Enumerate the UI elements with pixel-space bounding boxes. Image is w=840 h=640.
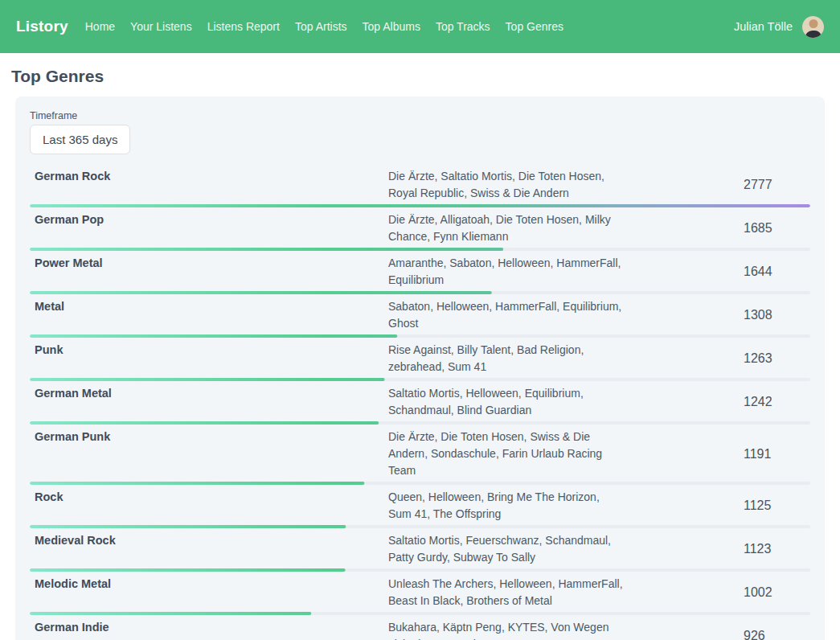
genre-artists: Amaranthe, Sabaton, Helloween, HammerFal…	[388, 255, 623, 289]
genre-table: German Rock Die Ärzte, Saltatio Mortis, …	[30, 168, 810, 640]
genre-row-content: German Metal Saltatio Mortis, Helloween,…	[30, 385, 810, 419]
genre-bar-track	[30, 482, 810, 485]
nav-item-listens-report[interactable]: Listens Report	[207, 20, 280, 33]
genre-play-count: 1644	[744, 264, 805, 280]
genre-play-count: 1685	[744, 220, 805, 236]
nav-item-top-albums[interactable]: Top Albums	[363, 20, 420, 33]
timeframe-filter: Timeframe Last 365 days	[30, 110, 810, 154]
genre-artists: Die Ärzte, Die Toten Hosen, Swiss & Die …	[388, 429, 623, 479]
genre-artists: Rise Against, Billy Talent, Bad Religion…	[388, 342, 623, 375]
genre-play-count: 1263	[744, 351, 805, 367]
genre-artists: Saltatio Mortis, Helloween, Equilibrium,…	[388, 385, 623, 419]
nav-item-top-genres[interactable]: Top Genres	[506, 20, 563, 33]
genre-row-content: Rock Queen, Helloween, Bring Me The Hori…	[30, 489, 810, 523]
genre-row: Medieval Rock Saltatio Mortis, Feuerschw…	[30, 532, 810, 572]
genre-play-count: 1125	[744, 498, 805, 514]
genre-bar-track	[30, 568, 810, 572]
genre-row: German Pop Die Ärzte, Alligatoah, Die To…	[30, 211, 810, 251]
nav-item-top-tracks[interactable]: Top Tracks	[436, 20, 490, 33]
avatar-person-body-icon	[805, 31, 822, 38]
timeframe-value: Last 365 days	[43, 133, 117, 146]
genre-bar-track	[30, 291, 810, 294]
genre-artists-column: Sabaton, Helloween, HammerFall, Equilibr…	[388, 298, 744, 332]
genre-artists: Sabaton, Helloween, HammerFall, Equilibr…	[388, 298, 623, 332]
genre-row: German Indie Bukahara, Käptn Peng, KYTES…	[30, 619, 810, 640]
genre-row: Power Metal Amaranthe, Sabaton, Hellowee…	[30, 255, 810, 294]
user-name: Julian Tölle	[734, 20, 793, 33]
genre-artists-column: Saltatio Mortis, Helloween, Equilibrium,…	[388, 385, 744, 419]
genre-row: German Punk Die Ärzte, Die Toten Hosen, …	[30, 429, 810, 485]
genre-artists-column: Unleash The Archers, Helloween, HammerFa…	[388, 576, 744, 609]
genre-name: German Pop	[35, 211, 388, 228]
user-area: Julian Tölle	[734, 16, 824, 38]
timeframe-select[interactable]: Last 365 days	[30, 125, 130, 154]
genre-artists: Queen, Helloween, Bring Me The Horizon, …	[388, 489, 623, 523]
genre-artists: Saltatio Mortis, Feuerschwanz, Schandmau…	[388, 532, 623, 566]
genre-row-content: German Pop Die Ärzte, Alligatoah, Die To…	[30, 211, 810, 245]
genre-bar-track	[30, 378, 810, 381]
genre-play-count: 1123	[744, 541, 805, 557]
page-title: Top Genres	[11, 67, 825, 86]
genre-bar	[30, 334, 810, 338]
genre-row: Punk Rise Against, Billy Talent, Bad Rel…	[30, 342, 810, 381]
genre-bar	[30, 568, 810, 572]
genre-row: Metal Sabaton, Helloween, HammerFall, Eq…	[30, 298, 810, 338]
genre-bar	[30, 291, 810, 294]
genre-row-content: Melodic Metal Unleash The Archers, Hello…	[30, 576, 810, 609]
app-logo[interactable]: Listory	[16, 18, 68, 35]
genre-artists-column: Rise Against, Billy Talent, Bad Religion…	[388, 342, 744, 375]
genre-artists: Die Ärzte, Saltatio Mortis, Die Toten Ho…	[388, 168, 623, 202]
avatar-person-icon	[809, 19, 817, 28]
nav-item-home[interactable]: Home	[85, 20, 115, 33]
genre-bar	[30, 248, 810, 251]
genre-row: German Metal Saltatio Mortis, Helloween,…	[30, 385, 810, 425]
genre-bar	[30, 421, 810, 425]
genre-artists-column: Die Ärzte, Alligatoah, Die Toten Hosen, …	[388, 211, 744, 245]
genre-name: German Rock	[35, 168, 388, 185]
genre-name: German Indie	[35, 619, 388, 636]
genre-name: German Metal	[35, 385, 388, 402]
genre-bar-track	[30, 204, 810, 207]
genre-artists-column: Die Ärzte, Die Toten Hosen, Swiss & Die …	[388, 429, 744, 479]
timeframe-label: Timeframe	[30, 110, 810, 121]
genre-play-count: 1002	[744, 585, 805, 601]
genre-artists-column: Saltatio Mortis, Feuerschwanz, Schandmau…	[388, 532, 744, 566]
genre-artists-column: Queen, Helloween, Bring Me The Horizon, …	[388, 489, 744, 523]
genre-artists-column: Die Ärzte, Saltatio Mortis, Die Toten Ho…	[388, 168, 744, 202]
genre-artists-column: Bukahara, Käptn Peng, KYTES, Von Wegen L…	[388, 619, 744, 640]
genre-artists: Bukahara, Käptn Peng, KYTES, Von Wegen L…	[388, 619, 623, 640]
genre-bar-track	[30, 612, 810, 615]
nav-item-your-listens[interactable]: Your Listens	[130, 20, 192, 33]
genre-row-content: German Indie Bukahara, Käptn Peng, KYTES…	[30, 619, 810, 640]
genre-artists: Unleash The Archers, Helloween, HammerFa…	[388, 576, 623, 609]
nav-item-top-artists[interactable]: Top Artists	[295, 20, 347, 33]
genre-play-count: 1191	[744, 446, 805, 462]
top-navigation-bar: Listory HomeYour ListensListens ReportTo…	[0, 0, 840, 53]
main-nav: HomeYour ListensListens ReportTop Artist…	[85, 20, 563, 33]
genre-bar-track	[30, 525, 810, 528]
genre-name: Melodic Metal	[35, 576, 388, 593]
genre-name: Punk	[35, 342, 388, 359]
user-avatar[interactable]	[802, 16, 824, 38]
genre-name: Power Metal	[35, 255, 388, 272]
genre-row: Rock Queen, Helloween, Bring Me The Hori…	[30, 489, 810, 528]
genre-name: German Punk	[35, 429, 388, 445]
genre-bar	[30, 204, 810, 207]
genre-bar	[30, 525, 810, 528]
genre-row: Melodic Metal Unleash The Archers, Hello…	[30, 576, 810, 615]
genre-name: Medieval Rock	[35, 532, 388, 549]
genre-name: Rock	[35, 489, 388, 506]
genre-name: Metal	[35, 298, 388, 315]
genre-row-content: German Punk Die Ärzte, Die Toten Hosen, …	[30, 429, 810, 479]
app-root: Listory HomeYour ListensListens ReportTo…	[0, 0, 840, 640]
genre-row-content: Medieval Rock Saltatio Mortis, Feuerschw…	[30, 532, 810, 566]
genre-artists-column: Amaranthe, Sabaton, Helloween, HammerFal…	[388, 255, 744, 289]
genre-artists: Die Ärzte, Alligatoah, Die Toten Hosen, …	[388, 211, 623, 245]
genre-row-content: Metal Sabaton, Helloween, HammerFall, Eq…	[30, 298, 810, 332]
genre-bar	[30, 612, 810, 615]
genre-row-content: Power Metal Amaranthe, Sabaton, Hellowee…	[30, 255, 810, 289]
genre-bar-track	[30, 248, 810, 251]
genre-row-content: German Rock Die Ärzte, Saltatio Mortis, …	[30, 168, 810, 202]
genre-bar	[30, 378, 810, 381]
genre-play-count: 1242	[744, 394, 805, 410]
